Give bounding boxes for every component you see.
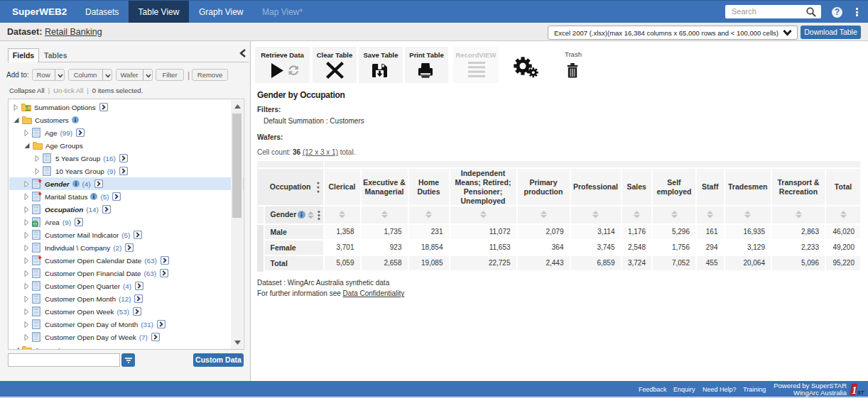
- svg-text:1: 1: [852, 385, 857, 396]
- svg-text:Σ: Σ: [25, 104, 30, 112]
- svg-text:ST: ST: [857, 389, 865, 396]
